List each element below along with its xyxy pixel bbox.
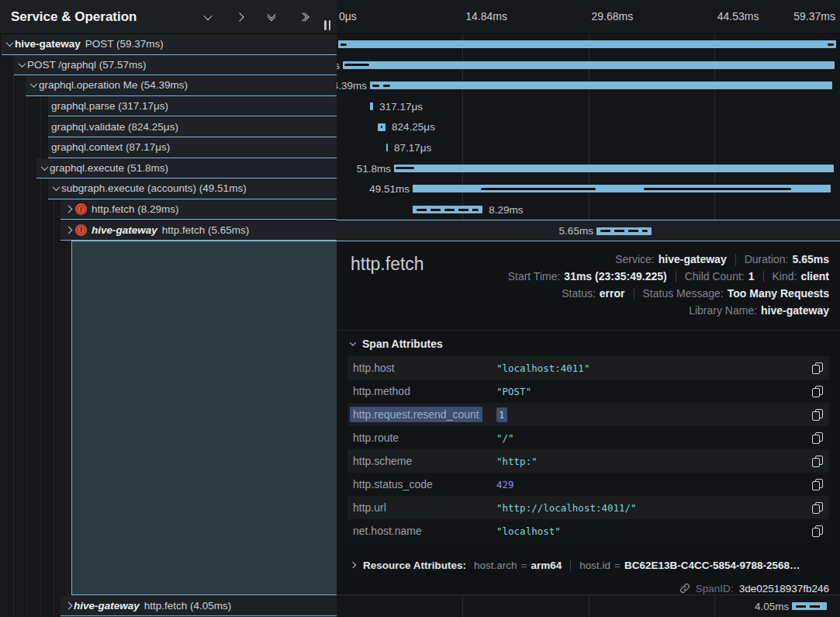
collapse-all-icon[interactable]	[266, 12, 277, 23]
error-icon: !	[75, 203, 87, 215]
span-duration-bar[interactable]	[394, 165, 834, 172]
expand-row-icon[interactable]	[234, 12, 245, 23]
span-tree-row[interactable]: !http.fetch (8.29ms)	[60, 199, 337, 220]
operation-label: graphql.validate (824.25μs)	[51, 121, 178, 133]
divider	[337, 330, 840, 331]
chevron-right-icon[interactable]	[64, 602, 72, 610]
span-attributes-title: Span Attributes	[362, 338, 443, 350]
chevron-down-icon[interactable]	[29, 81, 37, 88]
copy-value-button[interactable]	[812, 456, 822, 467]
panel-resize-handle[interactable]	[324, 20, 330, 30]
copy-value-button[interactable]	[812, 386, 822, 397]
span-id-value: 3de02518937fb246	[739, 583, 829, 594]
resource-value: BC62E13B-C4CC-5854-9788-2568…	[624, 560, 800, 571]
panel-title: Service & Operation	[11, 9, 202, 25]
meta-label: Child Count:	[685, 270, 745, 283]
attribute-row: http.route"/"	[347, 426, 829, 449]
timeline-row: 8.29ms	[337, 199, 840, 220]
attribute-row: http.request.resend_count1	[347, 403, 829, 426]
chevron-down-icon[interactable]	[18, 60, 26, 68]
divider	[735, 254, 736, 265]
timeline-row: 87.17μs	[337, 137, 840, 158]
attribute-key: http.route	[347, 432, 496, 444]
span-tree-row[interactable]: graphql.operation Me (54.39ms)	[26, 75, 337, 96]
chevron-down-icon[interactable]	[5, 39, 13, 47]
span-tree-row[interactable]: graphql.context (87.17μs)	[48, 137, 337, 158]
copy-value-button[interactable]	[812, 432, 822, 444]
timeline-row: 51.8ms	[337, 158, 840, 179]
span-duration-bar[interactable]	[792, 602, 827, 610]
copy-value-button[interactable]	[812, 479, 822, 490]
attribute-key: http.host	[347, 362, 496, 374]
tree-header-icons	[202, 12, 309, 23]
operation-label: http.fetch (8.29ms)	[92, 203, 179, 215]
divider	[570, 560, 571, 571]
span-meta: Service:hive-gatewayDuration:5.65msStart…	[508, 251, 829, 319]
ruler-tick: 0μs	[339, 10, 357, 23]
span-duration-bar[interactable]	[596, 227, 652, 235]
span-tree-row[interactable]: !hive-gatewayhttp.fetch (5.65ms)	[60, 220, 337, 241]
attribute-value: 1	[496, 409, 812, 421]
ruler-tick: 59.37ms	[793, 10, 835, 23]
copy-value-button[interactable]	[812, 409, 822, 421]
attribute-key: net.host.name	[347, 525, 496, 537]
copy-value-button[interactable]	[812, 362, 822, 374]
self-time-dash	[644, 188, 791, 190]
collapse-row-icon[interactable]	[202, 12, 213, 23]
expand-all-icon[interactable]	[298, 12, 309, 23]
meta-value: 5.65ms	[793, 253, 829, 265]
attribute-key: http.status_code	[347, 478, 496, 490]
attribute-key: http.method	[347, 385, 496, 397]
service-name: hive-gateway	[15, 38, 81, 50]
span-duration-bar[interactable]	[343, 61, 835, 69]
span-duration-bar[interactable]	[386, 144, 388, 151]
span-duration-bar[interactable]	[413, 206, 482, 213]
span-duration-label: 49.51ms	[369, 183, 410, 195]
attribute-key: http.scheme	[347, 455, 496, 467]
chevron-right-icon[interactable]	[64, 226, 72, 234]
ruler-tick: 44.53ms	[717, 10, 759, 23]
chevron-down-icon[interactable]	[40, 163, 48, 171]
span-tree-row[interactable]: POST /graphql (57.57ms)	[14, 55, 337, 76]
span-tree-row[interactable]: hive-gatewayPOST (59.37ms)	[2, 34, 337, 55]
timeline-row: 54.39ms	[337, 75, 840, 96]
copy-value-button[interactable]	[812, 502, 822, 514]
chevron-right-icon[interactable]	[64, 206, 72, 213]
meta-label: Duration:	[745, 253, 789, 265]
span-duration-label: 51.8ms	[357, 163, 391, 175]
chevron-down-icon[interactable]	[52, 184, 60, 192]
self-time-dash	[372, 85, 379, 87]
span-attributes-header[interactable]: Span Attributes	[351, 338, 443, 350]
timeline-ruler: 0μs14.84ms29.68ms44.53ms59.37ms	[337, 0, 840, 34]
indent-guide	[40, 34, 41, 617]
span-duration-label: 57.57ms	[337, 60, 340, 71]
span-duration-bar[interactable]	[370, 102, 373, 110]
resource-attributes-row[interactable]: Resource Attributes: host.arch=arm64host…	[351, 555, 829, 575]
meta-value: client	[800, 270, 829, 283]
span-tree-row[interactable]: graphql.parse (317.17μs)	[48, 96, 337, 117]
timeline-row: 57.57ms	[337, 55, 840, 76]
span-duration-label: 317.17μs	[379, 101, 423, 113]
trace-viewer: 57.57ms54.39ms317.17μs824.25μs87.17μs51.…	[0, 0, 840, 617]
span-duration-bar[interactable]	[338, 40, 836, 48]
self-time-dash	[481, 188, 596, 190]
meta-value: hive-gateway	[659, 253, 727, 265]
error-icon: !	[75, 224, 87, 236]
resource-key: host.id	[579, 560, 610, 571]
copy-value-button[interactable]	[812, 525, 822, 537]
operation-label: subgraph.execute (accounts) (49.51ms)	[61, 182, 247, 194]
timeline-row: 4.05ms	[337, 596, 840, 616]
span-tree-row[interactable]: hive-gatewayhttp.fetch (4.05ms)	[60, 596, 337, 616]
span-duration-bar[interactable]	[370, 81, 832, 89]
service-name: hive-gateway	[74, 600, 140, 612]
span-tree-row[interactable]: graphql.validate (824.25μs)	[48, 116, 337, 137]
meta-line: Status:errorStatus Message:Too Many Requ…	[508, 285, 829, 302]
span-tree-row[interactable]: subgraph.execute (accounts) (49.51ms)	[48, 179, 337, 199]
span-duration-label: 54.39ms	[337, 80, 367, 92]
attribute-value: 429	[496, 479, 812, 490]
timeline-row: 317.17μs	[337, 96, 840, 117]
link-icon[interactable]	[679, 583, 690, 594]
meta-line: Service:hive-gatewayDuration:5.65ms	[508, 251, 829, 268]
operation-label: POST (59.37ms)	[85, 38, 164, 50]
span-tree-row[interactable]: graphql.execute (51.8ms)	[36, 158, 337, 179]
